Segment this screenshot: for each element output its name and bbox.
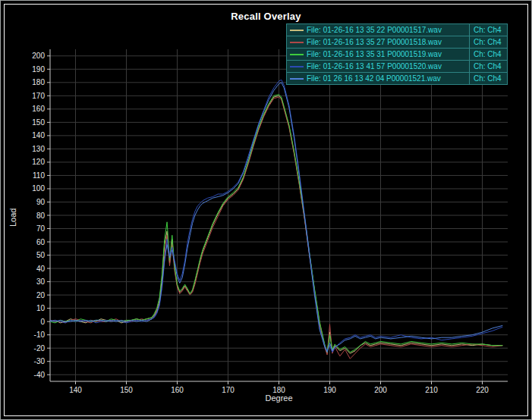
- svg-text:80: 80: [36, 212, 46, 220]
- grid: [50, 49, 508, 381]
- svg-text:190: 190: [32, 65, 45, 74]
- legend-file-label: File: 01-26-16 13 35 31 P00001519.wav: [307, 49, 469, 60]
- svg-text:-20: -20: [34, 344, 46, 353]
- legend-item[interactable]: File: 01-26-16 13 41 57 P00001520.wav Ch…: [287, 61, 507, 73]
- series-color-swatch: [290, 78, 304, 80]
- series-color-swatch: [290, 54, 304, 55]
- svg-text:30: 30: [36, 277, 46, 286]
- series-line-P00001518: [50, 97, 502, 359]
- series-color-swatch: [290, 42, 304, 43]
- legend-line-sample: [287, 24, 307, 36]
- svg-text:180: 180: [32, 78, 45, 86]
- legend-line-sample: [287, 61, 307, 72]
- legend-item[interactable]: File: 01-26-16 13 35 27 P00001518.wav Ch…: [287, 36, 507, 49]
- legend-channel-label: Ch: Ch4: [469, 49, 507, 60]
- series-line-P00001521: [50, 83, 502, 353]
- legend-item[interactable]: File: 01-26-16 13 35 22 P00001517.wav Ch…: [287, 24, 507, 36]
- legend-line-sample: [287, 73, 307, 84]
- svg-text:120: 120: [32, 158, 45, 166]
- svg-text:160: 160: [32, 105, 45, 113]
- y-axis-label: Load: [8, 208, 17, 227]
- svg-text:50: 50: [36, 251, 46, 259]
- svg-text:110: 110: [33, 171, 45, 180]
- legend-file-label: File: 01-26-16 13 35 22 P00001517.wav: [307, 24, 469, 36]
- series-line-P00001519: [50, 95, 502, 353]
- svg-text:0: 0: [40, 318, 45, 326]
- legend-item[interactable]: File: 01-26-16 13 35 31 P00001519.wav Ch…: [287, 49, 507, 61]
- svg-text:-40: -40: [34, 371, 46, 379]
- svg-text:90: 90: [36, 198, 46, 206]
- legend-item[interactable]: File: 01 26 16 13 42 04 P00001521.wav Ch…: [287, 73, 507, 84]
- svg-text:20: 20: [36, 291, 46, 299]
- legend-channel-label: Ch: Ch4: [469, 73, 507, 84]
- series-color-swatch: [290, 66, 304, 67]
- legend-line-sample: [287, 36, 307, 48]
- svg-text:100: 100: [32, 184, 45, 193]
- legend-file-label: File: 01-26-16 13 41 57 P00001520.wav: [307, 61, 469, 72]
- svg-text:10: 10: [36, 304, 46, 312]
- svg-text:60: 60: [36, 238, 46, 246]
- chart-title: Recall Overlay: [1, 11, 531, 22]
- legend-channel-label: Ch: Ch4: [469, 24, 507, 36]
- legend: File: 01-26-16 13 35 22 P00001517.wav Ch…: [286, 24, 508, 85]
- svg-text:150: 150: [32, 118, 45, 127]
- series-line-P00001520: [50, 80, 502, 352]
- svg-text:130: 130: [32, 145, 45, 153]
- svg-text:200: 200: [32, 52, 45, 60]
- x-axis-label: Degree: [50, 393, 508, 403]
- legend-channel-label: Ch: Ch4: [469, 36, 507, 48]
- legend-line-sample: [287, 49, 307, 60]
- legend-file-label: File: 01-26-16 13 35 27 P00001518.wav: [307, 36, 469, 48]
- legend-file-label: File: 01 26 16 13 42 04 P00001521.wav: [307, 73, 469, 84]
- legend-channel-label: Ch: Ch4: [469, 61, 507, 72]
- axes: -40-30-20-100102030405060708090100110120…: [32, 49, 508, 394]
- series-line-P00001517: [50, 96, 502, 353]
- app-window: -40-30-20-100102030405060708090100110120…: [0, 0, 532, 420]
- series-color-swatch: [290, 30, 304, 31]
- svg-text:70: 70: [36, 224, 46, 233]
- svg-text:170: 170: [32, 92, 45, 100]
- svg-text:-10: -10: [34, 331, 46, 339]
- svg-text:-30: -30: [34, 357, 46, 365]
- svg-text:140: 140: [32, 131, 45, 139]
- svg-text:40: 40: [36, 265, 46, 273]
